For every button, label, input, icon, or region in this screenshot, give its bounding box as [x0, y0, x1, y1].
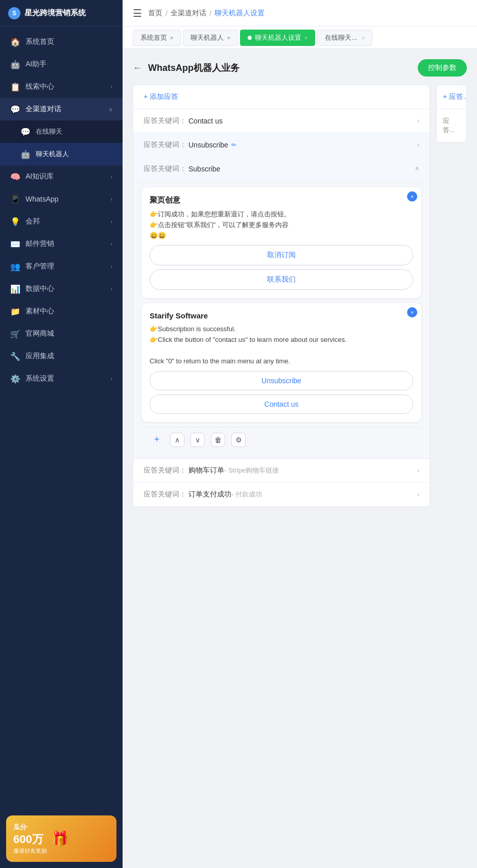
sidebar-item-shop[interactable]: 🛒 官网商城: [0, 323, 123, 345]
sidebar-label-ai: AI助手: [26, 60, 112, 69]
answer-row-subscribe[interactable]: 应答关键词： Subscribe ∨: [133, 157, 430, 181]
card-zh-btn2[interactable]: 联系我们: [150, 269, 413, 290]
sidebar-label-chatbot: 聊天机器人: [36, 150, 112, 159]
left-column: + 添加应答 应答关键词： Contact us › 应答关键词： Unsubs…: [133, 85, 430, 507]
kw-label-3: 应答关键词：: [144, 164, 186, 173]
answer-row-unsubscribe[interactable]: 应答关键词： Unsubscribe ✏ ›: [133, 133, 430, 157]
breadcrumb-sep-2: /: [209, 9, 211, 17]
tab-chatbot-settings-label: 聊天机器人设置: [255, 33, 301, 42]
kw-label-2: 应答关键词：: [144, 140, 186, 150]
shop-icon: 🛒: [10, 329, 20, 339]
breadcrumb-home[interactable]: 首页: [148, 9, 162, 18]
right-row-1: 应答...: [437, 109, 466, 142]
integration-icon: 🔧: [10, 351, 20, 361]
sidebar: S 星光跨境营销系统 🏠 系统首页 🤖 AI助手 📋 线索中心 › 💬 全渠道对…: [0, 0, 123, 868]
sidebar-item-leads[interactable]: 📋 线索中心 ›: [0, 76, 123, 98]
sidebar-label-integration: 应用集成: [26, 352, 112, 361]
sidebar-item-knowledge[interactable]: 🧠 AI知识库 ›: [0, 165, 123, 188]
customer-arrow-icon: ›: [111, 264, 112, 269]
card-en-btn2[interactable]: Contact us: [150, 394, 413, 414]
breadcrumb-omni[interactable]: 全渠道对话: [171, 9, 206, 18]
kw-suffix-cart: - Stripe购物车链接: [224, 466, 279, 475]
kw-value-unsubscribe: Unsubscribe: [188, 141, 228, 149]
breadcrumb-current[interactable]: 聊天机器人设置: [214, 9, 265, 18]
card-chinese-title: 聚页创意: [150, 195, 413, 205]
sidebar-item-home[interactable]: 🏠 系统首页: [0, 31, 123, 53]
tab-chatbot[interactable]: 聊天机器人 ×: [183, 30, 237, 46]
sidebar-item-data[interactable]: 📊 数据中心 ›: [0, 278, 123, 300]
settings-arrow-icon: ›: [111, 376, 112, 382]
action-add-button[interactable]: +: [150, 433, 164, 447]
sidebar-label-settings: 系统设置: [26, 374, 111, 383]
action-down-button[interactable]: ∨: [190, 433, 205, 447]
row-arrow-3: ∨: [415, 165, 419, 172]
card-en-btn1[interactable]: Unsubscribe: [150, 371, 413, 390]
email-icon: ✉️: [10, 239, 20, 249]
right-add-button[interactable]: + 应答...: [437, 85, 466, 109]
kw-value-cart: 购物车订单: [188, 466, 224, 475]
card-chinese-body: 👉订阅成功，如果您想重新退订，请点击按钮。 👉点击按钮"联系我们"，可以了解更多…: [150, 209, 413, 241]
action-delete-button[interactable]: 🗑: [211, 433, 225, 447]
sidebar-label-email: 邮件营销: [26, 239, 111, 249]
tab-chatbot-close[interactable]: ×: [227, 35, 230, 41]
card-english-title: Starify Software: [150, 311, 413, 320]
email-arrow-icon: ›: [111, 241, 112, 247]
sidebar-item-email[interactable]: ✉️ 邮件营销 ›: [0, 233, 123, 255]
leads-arrow-icon: ›: [111, 84, 112, 90]
menu-icon[interactable]: ☰: [133, 7, 142, 19]
sidebar-item-chatbot[interactable]: 🤖 聊天机器人: [0, 143, 123, 165]
back-button[interactable]: ←: [133, 63, 142, 73]
card-zh-btn1[interactable]: 取消订阅: [150, 245, 413, 265]
kw-label-1: 应答关键词：: [144, 116, 186, 126]
tab-home[interactable]: 系统首页 ×: [133, 30, 181, 46]
breadcrumb-sep-1: /: [165, 9, 168, 17]
sidebar-item-whatsapp[interactable]: 📱 WhatsApp ›: [0, 188, 123, 210]
sidebar-item-ai[interactable]: 🤖 AI助手: [0, 53, 123, 76]
sidebar-item-omni[interactable]: 💬 全渠道对话 ∧: [0, 98, 123, 120]
sidebar-item-customer[interactable]: 👥 客户管理 ›: [0, 255, 123, 278]
promo-banner[interactable]: 瓜分· 600万 邀请好友奖励 🎁: [6, 815, 116, 862]
control-params-button[interactable]: 控制参数: [418, 59, 467, 77]
action-settings-button[interactable]: ⚙: [231, 433, 246, 447]
answer-row-contact-us[interactable]: 应答关键词： Contact us ›: [133, 109, 430, 133]
sidebar-label-data: 数据中心: [26, 284, 111, 293]
page-header: ← WhatsApp机器人业务 控制参数: [133, 59, 467, 77]
tab-active-dot: [248, 36, 252, 40]
card-english: × Starify Software 👉Subscription is succ…: [141, 303, 421, 421]
kw-value-payment: 订单支付成功: [188, 490, 231, 499]
card-chinese-close[interactable]: ×: [407, 191, 417, 202]
answer-row-payment[interactable]: 应答关键词： 订单支付成功 - 付款成功 ›: [133, 483, 430, 507]
sidebar-label-material: 素材中心: [26, 307, 112, 316]
ai-icon: 🤖: [10, 59, 20, 69]
card-english-close[interactable]: ×: [407, 307, 417, 317]
card-english-body: 👉Subscription is successful. 👉Click the …: [150, 324, 413, 366]
right-column: + 应答... 应答...: [436, 85, 467, 143]
answer-row-cart[interactable]: 应答关键词： 购物车订单 - Stripe购物车链接 ›: [133, 459, 430, 483]
add-answer-button[interactable]: + 添加应答: [133, 85, 430, 109]
action-up-button[interactable]: ∧: [170, 433, 184, 447]
tab-online-chat-label: 在线聊天...: [325, 33, 357, 42]
sidebar-item-online-chat[interactable]: 💬 在线聊天: [0, 120, 123, 143]
page-content: ← WhatsApp机器人业务 控制参数 + 添加应答 应答关键词： Conta…: [123, 49, 477, 868]
kw-value-subscribe: Subscribe: [188, 165, 220, 173]
tab-chatbot-settings[interactable]: 聊天机器人设置 ×: [240, 30, 315, 46]
online-chat-icon: 💬: [20, 127, 31, 137]
sidebar-item-integration[interactable]: 🔧 应用集成: [0, 345, 123, 367]
tab-online-chat[interactable]: 在线聊天... ›: [317, 30, 372, 46]
sidebar-item-material[interactable]: 📁 素材中心: [0, 300, 123, 323]
sidebar-label-omni: 全渠道对话: [26, 105, 109, 114]
tab-more-icon: ›: [362, 34, 364, 41]
sidebar-item-club[interactable]: 💡 会邦 ›: [0, 210, 123, 233]
tab-home-label: 系统首页: [140, 33, 167, 42]
leads-icon: 📋: [10, 82, 20, 92]
sidebar-nav: 🏠 系统首页 🤖 AI助手 📋 线索中心 › 💬 全渠道对话 ∧ 💬 在线聊天: [0, 27, 123, 809]
tab-home-close[interactable]: ×: [170, 35, 173, 41]
sidebar-item-settings[interactable]: ⚙️ 系统设置 ›: [0, 367, 123, 390]
tab-chatbot-label: 聊天机器人: [190, 33, 224, 42]
tab-chatbot-settings-close[interactable]: ×: [304, 35, 307, 41]
omni-arrow-icon: ∧: [109, 107, 112, 112]
edit-icon[interactable]: ✏: [231, 141, 236, 148]
action-bar: + ∧ ∨ 🗑 ⚙: [141, 427, 421, 452]
kw-value-contact-us: Contact us: [188, 117, 223, 125]
kw-suffix-payment: - 付款成功: [231, 490, 262, 499]
